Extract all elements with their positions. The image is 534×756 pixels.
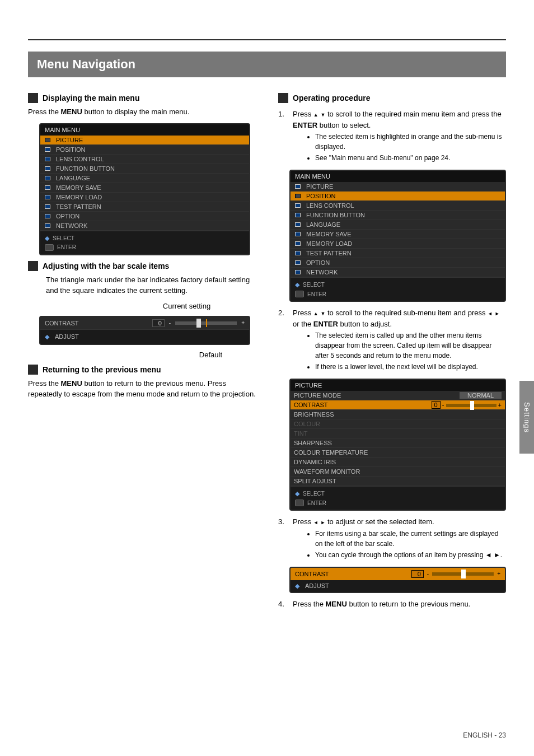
content-columns: Displaying the main menu Press the MENU … (28, 87, 506, 609)
menu-footer: ◆SELECT ENTER (291, 486, 505, 510)
minus-icon: - (169, 320, 171, 326)
submenu-item-label: BRIGHTNESS (294, 411, 334, 418)
menu-item-label: PICTURE (306, 183, 333, 190)
enter-hint: ENTER (307, 500, 326, 506)
submenu-row: TINT (291, 429, 505, 438)
step-number: 2. (278, 307, 288, 373)
page-top-rule (28, 39, 506, 40)
right-arrow-icon (495, 309, 500, 317)
submenu-item-label: TINT (294, 430, 307, 437)
bullet-item: You can cycle through the options of an … (315, 550, 506, 560)
bar-value: 0 (411, 570, 424, 578)
submenu-item-label: WAVEFORM MONITOR (294, 468, 360, 475)
sub-menu-mock: PICTURE PICTURE MODENORMALCONTRAST0 - +B… (289, 379, 506, 511)
menu-row: FUNCTION BUTTON (291, 211, 505, 220)
left-column: Displaying the main menu Press the MENU … (28, 87, 256, 609)
step-4: 4. Press the MENU button to return to th… (278, 599, 506, 610)
select-hint: SELECT (303, 491, 325, 497)
submenu-row: CONTRAST0 - + (291, 400, 505, 410)
submenu-item-label: PICTURE MODE (294, 392, 341, 399)
adjust-item-mock: CONTRAST 0 - + ◆ ADJUST (289, 567, 506, 593)
submenu-row: DYNAMIC IRIS (291, 458, 505, 467)
menu-item-label: OPTION (306, 259, 330, 266)
section-title: Displaying the main menu (43, 94, 139, 102)
section-title: Returning to the previous menu (43, 365, 161, 374)
enter-hint: ENTER (57, 244, 76, 250)
right-column: Operating procedure 1. Press to scroll t… (278, 87, 506, 609)
menu-item-label: TEST PATTERN (56, 203, 101, 210)
menu-row: TEST PATTERN (291, 249, 505, 258)
submenu-row: SPLIT ADJUST (291, 477, 505, 486)
lr-arrow-icon: ◆ (295, 582, 299, 590)
menu-item-label: NETWORK (56, 222, 87, 229)
plus-icon: + (241, 320, 245, 326)
page-title-bar: Menu Navigation (28, 52, 506, 77)
current-knob-icon (461, 570, 466, 578)
bullet-item: If there is a lower level, the next leve… (315, 362, 506, 372)
menu-row: LANGUAGE (291, 220, 505, 230)
step-3-bullets: For items using a bar scale, the current… (315, 529, 506, 560)
bullet-item: For items using a bar scale, the current… (315, 529, 506, 549)
section-display-main-menu: Displaying the main menu (28, 93, 256, 103)
submenu-item-label: SHARPNESS (294, 440, 332, 446)
bar-item-label: CONTRAST (295, 571, 329, 577)
bullet-item: The selected item is called up and the o… (315, 330, 506, 361)
menu-row: MEMORY LOAD (291, 239, 505, 249)
menu-row: NETWORK (291, 268, 505, 277)
menu-item-icon (294, 269, 302, 276)
menu-item-label: FUNCTION BUTTON (306, 212, 365, 218)
menu-row: TEST PATTERN (40, 202, 249, 212)
menu-item-icon (44, 146, 51, 153)
current-knob-icon (196, 319, 201, 328)
bar-row: CONTRAST 0 - + (291, 568, 505, 580)
select-hint: SELECT (303, 282, 325, 288)
submenu-item-label: SPLIT ADJUST (294, 478, 336, 484)
up-arrow-icon (313, 110, 318, 118)
menu-item-icon (44, 184, 51, 191)
display-main-menu-text: Press the MENU button to display the mai… (28, 106, 256, 118)
bar-scale-text: The triangle mark under the bar indicate… (46, 274, 256, 296)
enter-key-icon (295, 500, 304, 506)
menu-row: OPTION (291, 258, 505, 268)
step-1-bullets: The selected item is highlighted in oran… (315, 132, 506, 163)
text-frag: or the (293, 320, 313, 328)
enter-key-icon (45, 244, 54, 251)
menu-row: PICTURE (291, 182, 505, 192)
submenu-row: COLOUR TEMPERATURE (291, 448, 505, 458)
menu-item-icon (294, 259, 302, 266)
current-setting-label: Current setting (118, 302, 256, 310)
section-marker-icon (28, 93, 38, 103)
page-title: Menu Navigation (37, 57, 135, 71)
page-footer: ENGLISH - 23 (28, 731, 506, 739)
text-frag: button to display the main menu. (82, 108, 190, 116)
right-arrow-icon (320, 517, 325, 526)
section-title: Adjusting with the bar scale items (43, 262, 169, 270)
text-frag: to scroll to the required sub-menu item … (325, 309, 488, 317)
menu-item-icon (44, 175, 51, 181)
section-marker-icon (278, 93, 288, 103)
submenu-row: COLOUR (291, 419, 505, 429)
left-arrow-icon (488, 309, 493, 317)
menu-item-label: MEMORY LOAD (56, 194, 102, 200)
menu-item-icon (44, 165, 51, 172)
bar-row: CONTRAST 0 - + (40, 317, 249, 329)
text-frag: button to select. (317, 121, 371, 129)
lr-arrow-icon: ◆ (45, 333, 49, 340)
enter-button-ref: ENTER (293, 121, 317, 129)
main-menu-mock-step1: MAIN MENU PICTUREPOSITIONLENS CONTROLFUN… (289, 170, 506, 302)
select-hint: SELECT (53, 235, 74, 241)
step-2-bullets: The selected item is called up and the o… (315, 330, 506, 372)
menu-item-label: TEST PATTERN (306, 250, 352, 256)
step-1: 1. Press to scroll to the required main … (278, 109, 506, 164)
menu-item-icon (44, 222, 51, 229)
submenu-item-label: COLOUR (294, 421, 320, 427)
menu-button-ref: MENU (326, 600, 347, 608)
text-frag: Press the (28, 379, 61, 388)
adjust-hint: ADJUST (55, 333, 79, 340)
main-menu-mock: MAIN MENU PICTUREPOSITIONLENS CONTROLFUN… (39, 123, 250, 255)
adjust-hint: ADJUST (305, 582, 329, 589)
step-2: 2. Press to scroll to the required sub-m… (278, 307, 506, 373)
bar-item-label: CONTRAST (45, 320, 148, 326)
page-number: ENGLISH - 23 (463, 731, 506, 739)
submenu-bar: 0 - + (432, 402, 502, 408)
